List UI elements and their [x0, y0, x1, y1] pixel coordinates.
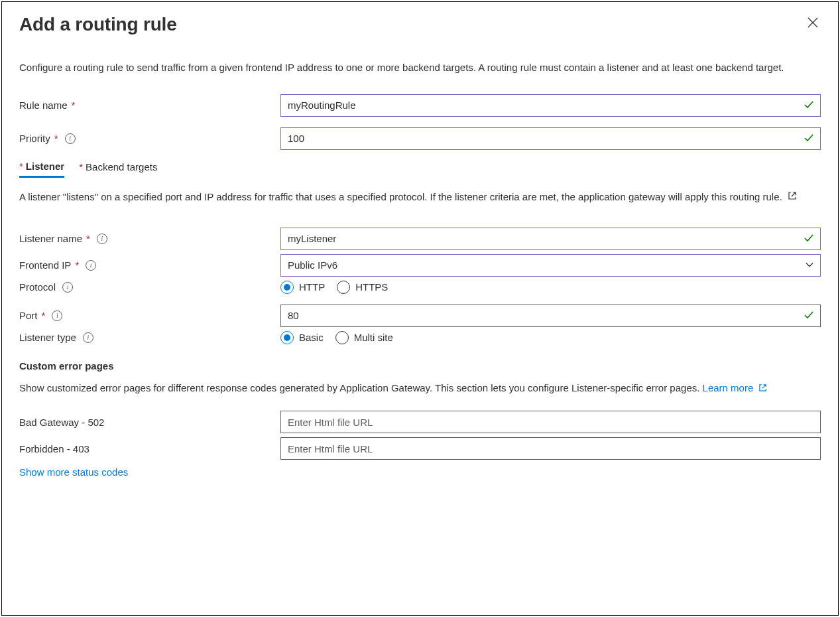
label-listener-type: Listener type i — [19, 332, 280, 343]
forbidden-url-input[interactable] — [280, 437, 821, 460]
listener-name-input[interactable] — [280, 228, 821, 250]
info-icon[interactable]: i — [52, 310, 62, 321]
required-marker: * — [19, 161, 23, 172]
tabs: * Listener * Backend targets — [19, 161, 821, 178]
listener-description: A listener "listens" on a specified port… — [19, 190, 815, 205]
label-listener-name: Listener name * i — [19, 233, 280, 244]
protocol-radio-group: HTTP HTTPS — [280, 281, 821, 294]
custom-error-heading: Custom error pages — [19, 360, 821, 372]
info-icon[interactable]: i — [62, 282, 73, 293]
row-priority: Priority * i — [19, 127, 821, 150]
label-frontend-ip: Frontend IP * i — [19, 259, 280, 271]
listener-type-basic-radio[interactable]: Basic — [280, 331, 324, 344]
row-listener-name: Listener name * i — [19, 228, 821, 250]
label-bad-gateway: Bad Gateway - 502 — [19, 417, 280, 428]
tab-backend-targets[interactable]: * Backend targets — [79, 161, 157, 178]
label-priority: Priority * i — [19, 133, 280, 144]
protocol-https-radio[interactable]: HTTPS — [337, 281, 388, 294]
panel-header: Add a routing rule — [19, 14, 821, 35]
external-link-icon — [758, 381, 767, 397]
required-marker: * — [54, 133, 58, 144]
port-input[interactable] — [280, 305, 821, 327]
info-icon[interactable]: i — [65, 133, 76, 144]
rule-name-input[interactable] — [280, 94, 821, 117]
priority-input[interactable] — [280, 127, 821, 150]
close-icon[interactable] — [805, 14, 821, 33]
label-protocol: Protocol i — [19, 281, 280, 293]
bad-gateway-url-input[interactable] — [280, 411, 821, 433]
intro-text: Configure a routing rule to send traffic… — [19, 60, 802, 76]
row-rule-name: Rule name * — [19, 94, 821, 117]
protocol-http-radio[interactable]: HTTP — [280, 281, 325, 294]
listener-type-multi-radio[interactable]: Multi site — [335, 331, 393, 344]
learn-more-link[interactable]: Learn more — [703, 382, 768, 393]
label-port: Port * i — [19, 310, 280, 321]
tab-listener[interactable]: * Listener — [19, 161, 64, 178]
label-rule-name: Rule name * — [19, 100, 280, 111]
required-marker: * — [86, 233, 90, 244]
required-marker: * — [72, 100, 76, 111]
listener-type-radio-group: Basic Multi site — [280, 331, 821, 344]
row-protocol: Protocol i HTTP HTTPS — [19, 281, 821, 294]
row-bad-gateway: Bad Gateway - 502 — [19, 411, 821, 433]
info-icon[interactable]: i — [97, 234, 107, 244]
required-marker: * — [75, 259, 79, 271]
info-icon[interactable]: i — [86, 260, 96, 271]
row-frontend-ip: Frontend IP * i Public IPv6 — [19, 254, 821, 277]
row-forbidden: Forbidden - 403 — [19, 437, 821, 460]
row-port: Port * i — [19, 305, 821, 327]
frontend-ip-select[interactable]: Public IPv6 — [280, 254, 821, 277]
label-forbidden: Forbidden - 403 — [19, 443, 280, 454]
external-link-icon[interactable] — [788, 190, 797, 205]
required-marker: * — [79, 161, 83, 172]
show-more-status-codes-link[interactable]: Show more status codes — [19, 466, 128, 478]
required-marker: * — [42, 310, 46, 321]
row-listener-type: Listener type i Basic Multi site — [19, 331, 821, 344]
routing-rule-panel: Add a routing rule Configure a routing r… — [1, 1, 839, 616]
info-icon[interactable]: i — [83, 332, 93, 343]
custom-error-description: Show customized error pages for differen… — [19, 381, 815, 396]
panel-title: Add a routing rule — [19, 14, 177, 35]
